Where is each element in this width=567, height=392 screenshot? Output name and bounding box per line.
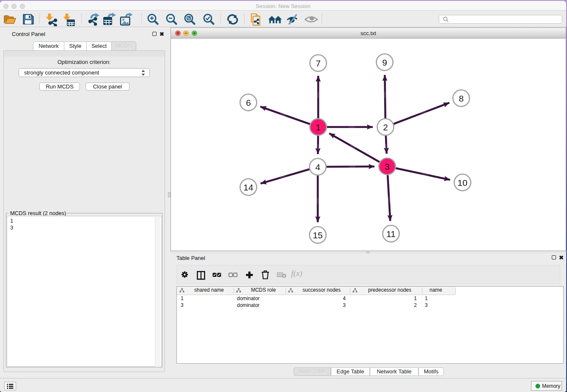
svg-text:4: 4	[315, 162, 320, 172]
svg-text:11: 11	[386, 229, 396, 239]
svg-text:3: 3	[385, 162, 390, 171]
svg-text:6: 6	[246, 98, 251, 108]
svg-text:15: 15	[313, 230, 322, 240]
svg-text:10: 10	[457, 178, 467, 188]
svg-text:7: 7	[316, 58, 321, 68]
svg-text:1: 1	[316, 122, 321, 132]
svg-text:8: 8	[459, 94, 464, 103]
svg-text:9: 9	[382, 58, 387, 67]
svg-text:14: 14	[243, 182, 253, 192]
svg-text:2: 2	[383, 122, 388, 132]
